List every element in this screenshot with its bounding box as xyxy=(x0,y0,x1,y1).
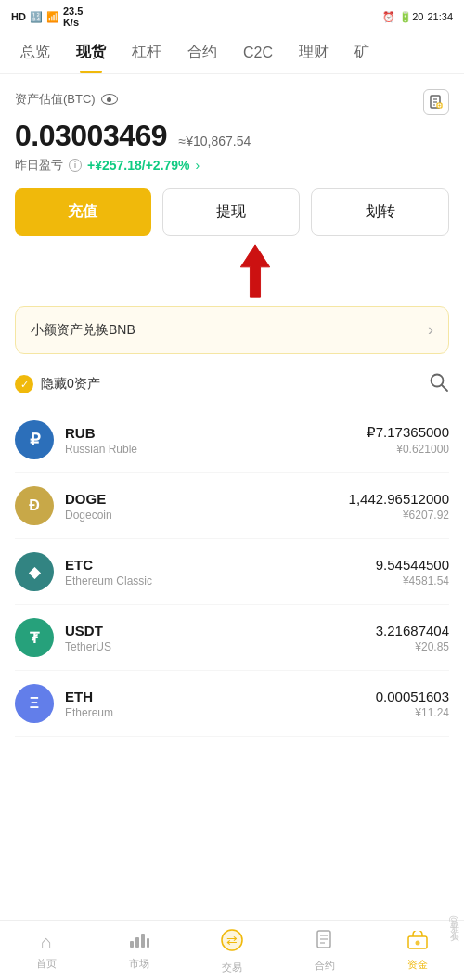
arrow-up-icon xyxy=(232,243,278,299)
status-signal: 🔢 xyxy=(30,11,43,23)
eth-balance: 0.00051603 ¥11.24 xyxy=(376,689,449,719)
nav-contracts[interactable]: 合约 xyxy=(278,921,371,980)
doge-balance: 1,442.96512000 ¥6207.92 xyxy=(349,491,449,522)
trade-icon: ⇄ xyxy=(220,928,244,957)
usdt-balance: 3.21687404 ¥20.85 xyxy=(376,623,449,653)
statement-icon[interactable] xyxy=(423,89,449,115)
asset-btc-value: 0.03003469 ≈¥10,867.54 xyxy=(15,119,251,153)
svg-point-22 xyxy=(416,941,420,946)
status-wifi: 📶 xyxy=(46,11,59,23)
status-battery: 🔋20 xyxy=(399,11,423,23)
hide-zero-check[interactable]: ✓ xyxy=(15,375,33,393)
rub-amount: ₽7.17365000 xyxy=(367,424,449,441)
usdt-amount: 3.21687404 xyxy=(376,623,449,638)
status-left: HD 🔢 📶 23.5K/s xyxy=(11,6,83,28)
deposit-button[interactable]: 充值 xyxy=(15,188,151,236)
tab-contract[interactable]: 合约 xyxy=(174,32,230,73)
action-buttons: 充值 提现 划转 xyxy=(15,188,449,236)
asset-header-row: 资产估值(BTC) xyxy=(15,89,449,115)
status-speed: 23.5K/s xyxy=(63,6,83,28)
status-right: ⏰ 🔋20 21:34 xyxy=(382,11,453,23)
tab-spot[interactable]: 现货 xyxy=(63,32,119,73)
tab-c2c[interactable]: C2C xyxy=(230,33,286,72)
tab-overview[interactable]: 总览 xyxy=(7,32,63,73)
doge-cny: ¥6207.92 xyxy=(349,509,449,522)
etc-name: Ethereum Classic xyxy=(65,574,365,587)
nav-assets-label: 资金 xyxy=(407,958,428,972)
usdt-icon: ₮ xyxy=(15,618,54,657)
main-content: 资产估值(BTC) 0.03003469 ≈¥10,867.54 昨日盈亏 i … xyxy=(0,74,464,752)
nav-tabs: 总览 现货 杠杆 合约 C2C 理财 矿 xyxy=(0,32,464,74)
doge-info: DOGE Dogecoin xyxy=(65,491,338,522)
svg-marker-7 xyxy=(240,245,269,297)
eth-icon: Ξ xyxy=(15,684,54,723)
usdt-symbol: USDT xyxy=(65,623,365,638)
etc-amount: 9.54544500 xyxy=(376,557,449,573)
bnb-banner[interactable]: 小额资产兑换BNB › xyxy=(15,306,449,354)
asset-label-text: 资产估值(BTC) xyxy=(15,91,96,108)
eth-amount: 0.00051603 xyxy=(376,689,449,704)
nav-trade[interactable]: ⇄ 交易 xyxy=(186,921,278,980)
withdraw-button[interactable]: 提现 xyxy=(162,188,301,236)
bnb-banner-text: 小额资产兑换BNB xyxy=(31,322,135,339)
tab-finance[interactable]: 理财 xyxy=(286,32,342,73)
home-icon: ⌂ xyxy=(41,932,52,953)
contracts-icon xyxy=(316,930,334,955)
nav-market[interactable]: 市场 xyxy=(93,921,186,980)
asset-value-row: 0.03003469 ≈¥10,867.54 xyxy=(15,119,449,153)
svg-text:⇄: ⇄ xyxy=(226,933,238,948)
rub-cny: ¥0.621000 xyxy=(367,443,449,456)
tab-mining[interactable]: 矿 xyxy=(342,32,382,73)
status-alarm: ⏰ xyxy=(382,11,395,23)
eth-name: Ethereum xyxy=(65,706,365,719)
market-icon xyxy=(129,932,149,953)
asset-item-eth[interactable]: Ξ ETH Ethereum 0.00051603 ¥11.24 xyxy=(15,671,449,737)
asset-list: ₽ RUB Russian Ruble ₽7.17365000 ¥0.62100… xyxy=(15,407,449,737)
eth-symbol: ETH xyxy=(65,689,365,704)
filter-label: 隐藏0资产 xyxy=(41,376,100,393)
svg-line-9 xyxy=(442,385,447,391)
watermark: 知乎@石头 xyxy=(447,915,460,924)
doge-name: Dogecoin xyxy=(65,509,338,522)
eth-cny: ¥11.24 xyxy=(376,706,449,719)
bottom-nav: ⌂ 首页 市场 ⇄ 交易 xyxy=(0,920,464,980)
asset-label: 资产估值(BTC) xyxy=(15,91,118,108)
nav-contracts-label: 合约 xyxy=(315,959,335,973)
nav-market-label: 市场 xyxy=(129,957,149,971)
arrow-annotation xyxy=(61,243,449,299)
nav-trade-label: 交易 xyxy=(222,961,242,974)
etc-balance: 9.54544500 ¥4581.54 xyxy=(376,557,449,587)
cny-approx: ≈¥10,867.54 xyxy=(179,134,251,148)
nav-assets[interactable]: 资金 xyxy=(371,921,464,980)
doge-symbol: DOGE xyxy=(65,491,338,507)
filter-left: ✓ 隐藏0资产 xyxy=(15,375,100,393)
search-icon[interactable] xyxy=(429,372,449,396)
bnb-chevron-icon: › xyxy=(428,320,433,340)
nav-home[interactable]: ⌂ 首页 xyxy=(0,921,93,980)
rub-icon: ₽ xyxy=(15,420,54,459)
usdt-cny: ¥20.85 xyxy=(376,640,449,653)
asset-item-usdt[interactable]: ₮ USDT TetherUS 3.21687404 ¥20.85 xyxy=(15,605,449,671)
nav-home-label: 首页 xyxy=(36,957,57,971)
transfer-button[interactable]: 划转 xyxy=(311,188,449,236)
doge-icon: Ð xyxy=(15,486,54,525)
rub-symbol: RUB xyxy=(65,425,355,441)
asset-item-rub[interactable]: ₽ RUB Russian Ruble ₽7.17365000 ¥0.62100… xyxy=(15,407,449,473)
eye-icon[interactable] xyxy=(101,94,118,105)
eth-info: ETH Ethereum xyxy=(65,689,365,719)
assets-icon xyxy=(407,931,428,954)
profit-chevron-icon[interactable]: › xyxy=(196,158,200,173)
rub-name: Russian Ruble xyxy=(65,443,355,456)
profit-label: 昨日盈亏 xyxy=(15,157,63,174)
usdt-name: TetherUS xyxy=(65,640,365,653)
usdt-info: USDT TetherUS xyxy=(65,623,365,653)
tab-leverage[interactable]: 杠杆 xyxy=(119,32,174,73)
profit-value: +¥257.18/+2.79% xyxy=(87,158,190,173)
asset-item-doge[interactable]: Ð DOGE Dogecoin 1,442.96512000 ¥6207.92 xyxy=(15,473,449,539)
doge-amount: 1,442.96512000 xyxy=(349,491,449,507)
asset-item-etc[interactable]: ◆ ETC Ethereum Classic 9.54544500 ¥4581.… xyxy=(15,539,449,605)
btc-amount: 0.03003469 xyxy=(15,119,167,152)
status-bar: HD 🔢 📶 23.5K/s ⏰ 🔋20 21:34 xyxy=(0,0,464,32)
profit-row: 昨日盈亏 i +¥257.18/+2.79% › xyxy=(15,157,449,174)
svg-rect-11 xyxy=(135,937,139,948)
